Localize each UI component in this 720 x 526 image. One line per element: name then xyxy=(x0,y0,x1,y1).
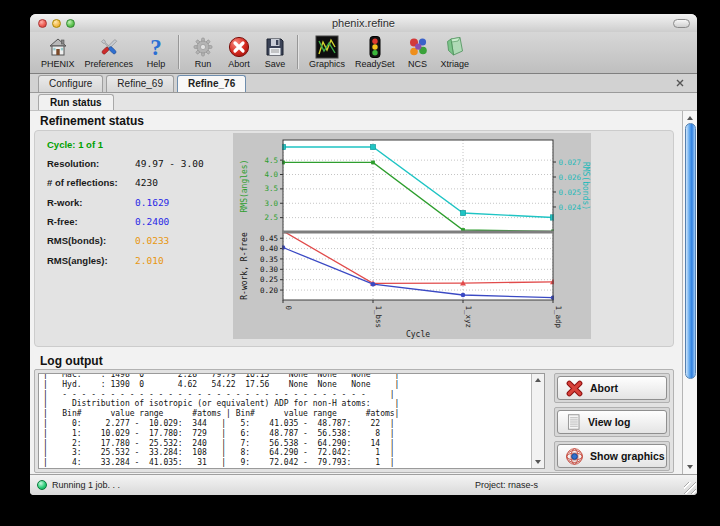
refinement-chart: 2.53.03.54.04.50.0240.0250.0260.027RMS(a… xyxy=(233,133,591,339)
window-title: phenix.refine xyxy=(30,14,697,32)
status-row-value: 2.010 xyxy=(135,255,164,266)
tools-icon xyxy=(96,34,122,59)
scroll-up-icon[interactable] xyxy=(684,112,696,123)
log-scroll-down-icon[interactable] xyxy=(532,457,544,467)
svg-text:0.45: 0.45 xyxy=(260,234,278,243)
tab-refine_69[interactable]: Refine_69 xyxy=(106,75,174,92)
svg-text:R-work, R-free: R-work, R-free xyxy=(240,232,249,300)
toolbar-button-phenix[interactable]: PHENIX xyxy=(36,34,80,70)
svg-text:3.0: 3.0 xyxy=(264,199,278,208)
svg-text:0.20: 0.20 xyxy=(260,286,279,295)
svg-text:3.5: 3.5 xyxy=(264,184,278,193)
traffic-light-icon xyxy=(362,34,388,59)
svg-text:0.40: 0.40 xyxy=(260,244,279,253)
view-log-button[interactable]: View log xyxy=(557,410,667,434)
tab-run-status[interactable]: Run status xyxy=(38,94,114,110)
close-window-button[interactable] xyxy=(38,19,47,28)
svg-text:0.024: 0.024 xyxy=(559,203,582,212)
log-output-region: | Mac. : 1498 0 2.28 79.79 16.13 None No… xyxy=(34,369,674,473)
gear-icon xyxy=(190,34,216,59)
zoom-window-button[interactable] xyxy=(66,19,75,28)
svg-text:0: 0 xyxy=(284,306,293,311)
toolbar-separator xyxy=(297,35,298,69)
toolbar-toggle-button[interactable] xyxy=(673,19,690,28)
show-graphics-button[interactable]: Show graphics xyxy=(557,444,667,468)
svg-text:1_adp: 1_adp xyxy=(554,306,563,329)
scroll-down-icon[interactable] xyxy=(684,461,696,472)
tab-configure[interactable]: Configure xyxy=(38,75,103,92)
log-output-heading: Log output xyxy=(30,351,682,370)
main-scrollbar[interactable] xyxy=(682,111,697,474)
status-row: # of reflections:4230 xyxy=(47,177,237,188)
running-indicator-icon xyxy=(37,480,47,490)
toolbar-button-help[interactable]: ?Help xyxy=(138,34,174,70)
spheres-icon xyxy=(405,34,431,59)
status-row-label: Resolution: xyxy=(47,158,135,169)
button-label: Show graphics xyxy=(590,450,665,462)
svg-text:RMS(bonds): RMS(bonds) xyxy=(581,162,590,210)
resize-grip[interactable] xyxy=(684,482,696,494)
question-icon: ? xyxy=(143,34,169,59)
button-label: View log xyxy=(588,416,630,428)
status-row-value: 0.0233 xyxy=(135,235,169,246)
log-scrollbar[interactable] xyxy=(531,374,544,468)
toolbar-button-abort[interactable]: Abort xyxy=(221,34,257,70)
toolbar-button-run[interactable]: Run xyxy=(185,34,221,70)
svg-text:0.30: 0.30 xyxy=(260,265,279,274)
toolbar-button-label: Save xyxy=(265,59,286,70)
minimize-window-button[interactable] xyxy=(52,19,61,28)
button-label: Abort xyxy=(590,382,618,394)
titlebar[interactable]: phenix.refine xyxy=(30,14,697,32)
crystal-icon xyxy=(442,34,468,59)
tab-refine_76[interactable]: Refine_76 xyxy=(177,75,246,92)
status-row-label: RMS(angles): xyxy=(47,255,135,266)
toolbar-button-label: Preferences xyxy=(85,59,134,70)
abort-icon xyxy=(226,34,252,59)
scrollbar-thumb[interactable] xyxy=(685,123,696,379)
status-row: RMS(bonds):0.0233 xyxy=(47,235,237,246)
tab-bar: ConfigureRefine_69Refine_76 xyxy=(30,74,697,93)
project-label: Project: rnase-s xyxy=(475,480,538,490)
status-row-label: R-work: xyxy=(47,197,135,208)
svg-text:Cycle: Cycle xyxy=(406,330,430,339)
svg-text:4.5: 4.5 xyxy=(264,156,278,165)
chart-svg: 2.53.03.54.04.50.0240.0250.0260.027RMS(a… xyxy=(233,133,591,339)
button-cell: View log xyxy=(554,407,670,437)
toolbar-button-graphics[interactable]: Graphics xyxy=(304,34,350,70)
toolbar-button-save[interactable]: Save xyxy=(257,34,293,70)
toolbar-button-xtriage[interactable]: Xtriage xyxy=(436,34,475,70)
close-tab-icon[interactable] xyxy=(675,78,685,88)
toolbar-button-preferences[interactable]: Preferences xyxy=(80,34,139,70)
svg-text:0.25: 0.25 xyxy=(260,275,278,284)
toolbar-button-ncs[interactable]: NCS xyxy=(400,34,436,70)
status-row-label: # of reflections: xyxy=(47,177,135,188)
status-row-label: R-free: xyxy=(47,216,135,227)
svg-text:?: ? xyxy=(150,35,162,59)
toolbar-group: RunAbortSave xyxy=(185,34,293,70)
traffic-lights xyxy=(38,19,75,28)
log-scroll-up-icon[interactable] xyxy=(532,375,544,385)
abort-button[interactable]: Abort xyxy=(557,376,667,400)
toolbar-separator xyxy=(178,35,179,69)
toolbar-button-label: Abort xyxy=(228,59,250,70)
status-row-value: 0.1629 xyxy=(135,197,169,208)
toolbar-button-label: Graphics xyxy=(309,59,345,70)
subtab-bar: Run status xyxy=(30,93,697,111)
toolbar-button-label: Xtriage xyxy=(441,59,470,70)
status-bar: Running 1 job. . . Project: rnase-s xyxy=(30,474,697,495)
svg-text:RMS(angles): RMS(angles) xyxy=(240,160,249,213)
status-row-label: RMS(bonds): xyxy=(47,235,135,246)
status-row: Resolution:49.97 - 3.00 xyxy=(47,158,237,169)
svg-text:4.0: 4.0 xyxy=(264,170,278,179)
log-output-view[interactable]: | Mac. : 1498 0 2.28 79.79 16.13 None No… xyxy=(39,374,531,468)
status-row: R-work:0.1629 xyxy=(47,197,237,208)
document-icon xyxy=(565,413,582,431)
status-row-value: 49.97 - 3.00 xyxy=(135,158,204,169)
toolbar-button-label: NCS xyxy=(408,59,427,70)
status-text: Running 1 job. . . xyxy=(52,480,120,490)
toolbar-button-readyset[interactable]: ReadySet xyxy=(350,34,400,70)
save-icon xyxy=(262,34,288,59)
toolbar-button-label: ReadySet xyxy=(355,59,395,70)
toolbar-button-label: Help xyxy=(147,59,166,70)
graphics-icon xyxy=(314,34,340,59)
